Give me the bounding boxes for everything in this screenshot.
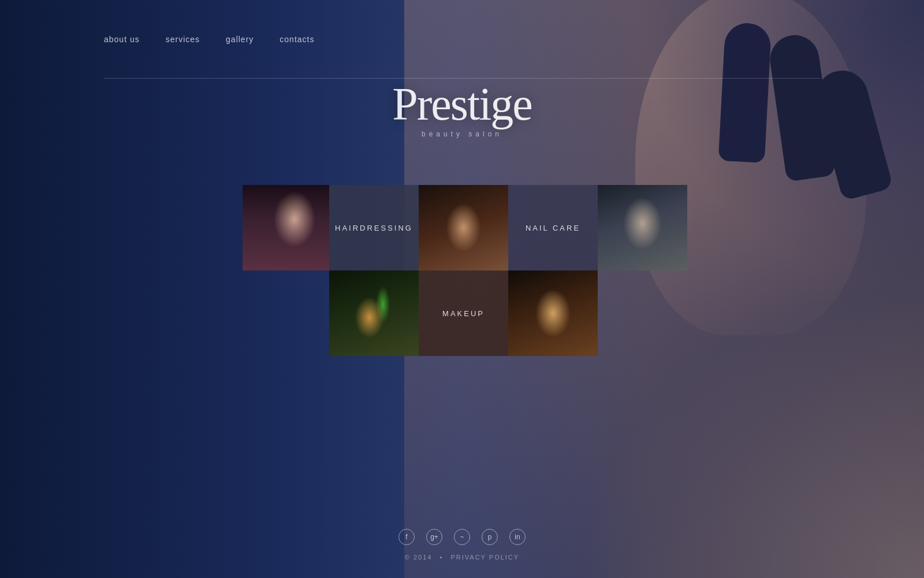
service-image-nail-care-woman[interactable]: [598, 185, 687, 271]
nav-item-gallery[interactable]: gallery: [226, 17, 280, 61]
nail-care-label-cell[interactable]: NAIL CARE: [508, 185, 598, 271]
pinterest-icon[interactable]: p: [482, 529, 498, 545]
google-plus-icon[interactable]: g+: [426, 529, 442, 545]
makeup-label: MAKEUP: [442, 309, 485, 318]
logo-area: Prestige beauty salon: [392, 81, 532, 138]
hairdressing-label: HAIRDRESSING: [335, 224, 413, 232]
nav-item-contacts[interactable]: contacts: [280, 17, 340, 61]
rss-icon[interactable]: ~: [454, 529, 470, 545]
logo-subtitle: beauty salon: [392, 130, 532, 138]
footer-copyright-row: © 2014 • PRIVACY POLICY: [398, 554, 526, 561]
linkedin-icon[interactable]: in: [509, 529, 526, 545]
woman-portrait-3: [508, 271, 598, 356]
main-navigation: about us services gallery contacts: [0, 0, 924, 79]
feather-portrait: [329, 271, 419, 356]
woman-portrait-2: [598, 185, 687, 271]
services-row-1: HAIRDRESSING NAIL CARE: [243, 185, 681, 271]
service-image-makeup-feather[interactable]: [329, 271, 419, 356]
woman-portrait-1: [243, 185, 329, 271]
facebook-icon[interactable]: f: [398, 529, 415, 545]
services-grid: HAIRDRESSING NAIL CARE MAKEUP: [243, 185, 681, 356]
hairdressing-label-cell[interactable]: HAIRDRESSING: [329, 185, 419, 271]
footer-separator: •: [440, 554, 444, 561]
social-icons-row: f g+ ~ p in: [398, 529, 526, 545]
page-footer: f g+ ~ p in © 2014 • PRIVACY POLICY: [398, 529, 526, 561]
copyright-text: © 2014: [405, 554, 433, 561]
service-image-makeup-woman[interactable]: [508, 271, 598, 356]
service-image-nails-hands[interactable]: [419, 185, 508, 271]
makeup-label-cell[interactable]: MAKEUP: [419, 271, 508, 356]
brand-logo: Prestige: [392, 81, 532, 127]
hands-portrait: [419, 185, 508, 271]
nail-care-label: NAIL CARE: [526, 224, 580, 232]
privacy-policy-link[interactable]: PRIVACY POLICY: [450, 554, 519, 561]
page-content: about us services gallery contacts Prest…: [0, 0, 924, 578]
services-row-2: MAKEUP: [329, 271, 681, 356]
service-image-hairdressing-woman[interactable]: [243, 185, 329, 271]
nav-item-about-us[interactable]: about us: [104, 17, 166, 61]
nav-item-services[interactable]: services: [166, 17, 226, 61]
